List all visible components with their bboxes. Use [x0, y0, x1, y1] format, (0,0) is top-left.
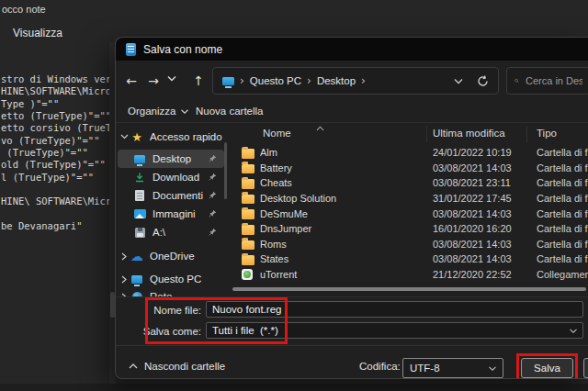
file-row[interactable]: Battery 03/08/2021 14:03 Cartella di fil… [232, 161, 587, 176]
download-icon [133, 171, 146, 184]
column-divider[interactable] [426, 127, 427, 142]
back-arrow-icon[interactable]: ← [123, 73, 140, 89]
navigation-pane: ★ Accesso rapido Desktop Download Docume… [116, 124, 228, 296]
file-modified: 03/08/2021 14:03 [433, 162, 537, 173]
sidebar-label: A:\ [153, 227, 165, 238]
pin-icon [209, 154, 217, 162]
file-modified: 03/08/2021 14:03 [433, 208, 537, 219]
organize-button[interactable]: Organizza [128, 103, 188, 119]
file-type: Cartella di file [537, 223, 588, 234]
sidebar-item-quick-access[interactable]: ★ Accesso rapido [118, 128, 224, 146]
address-bar[interactable]: › Questo PC › Desktop › [212, 67, 499, 95]
breadcrumb-separator: › [240, 74, 244, 87]
horizontal-scrollbar[interactable] [232, 287, 586, 291]
encoding-value: UTF-8 [410, 363, 440, 374]
file-row[interactable]: Roms 03/08/2021 14:03 Cartella di file [232, 237, 587, 252]
sidebar-item-download[interactable]: Download [118, 168, 224, 186]
file-row[interactable]: Alm 24/01/2022 10:19 Cartella di file [232, 145, 587, 161]
floppy-icon [135, 228, 145, 238]
search-input[interactable] [526, 75, 582, 86]
cloud-icon: ☁ [130, 250, 143, 263]
annotation-rectangle [516, 353, 578, 379]
sidebar-item-this-pc[interactable]: Questo PC [118, 270, 224, 288]
organize-label: Organizza [128, 106, 175, 117]
monitor-icon [134, 155, 145, 163]
sidebar-item-onedrive[interactable]: ☁ OneDrive [118, 247, 224, 265]
sidebar-item-network[interactable]: Rete [118, 287, 224, 296]
footer-divider [116, 345, 588, 346]
column-header-name[interactable]: Nome [263, 128, 291, 139]
utorrent-icon [242, 269, 253, 280]
sidebar-item-documents[interactable]: Documenti [118, 186, 224, 205]
chevron-right-icon[interactable] [121, 252, 127, 261]
search-box[interactable] [506, 67, 588, 95]
file-name: Battery [260, 162, 433, 173]
hide-folders-button[interactable]: Nascondi cartelle [129, 361, 225, 372]
file-row[interactable]: DeSmuMe 03/08/2021 14:03 Cartella di fil… [232, 206, 587, 221]
file-row[interactable]: DnsJumper 16/01/2020 16:20 Cartella di f… [232, 221, 587, 237]
forward-arrow-icon[interactable]: → [145, 73, 162, 89]
encoding-select[interactable]: UTF-8 [402, 358, 503, 378]
pin-icon [209, 209, 217, 218]
address-dropdown-chevron-icon[interactable] [454, 78, 463, 84]
sidebar-item-floppy-a[interactable]: A:\ [118, 223, 224, 241]
sidebar-label: Download [153, 172, 199, 183]
file-type: Cartella di file [537, 162, 588, 173]
column-header-modified[interactable]: Ultima modifica [433, 128, 505, 139]
file-name: Alm [260, 147, 433, 158]
sidebar-item-desktop[interactable]: Desktop [118, 150, 224, 168]
monitor-icon [131, 275, 142, 284]
breadcrumb-this-pc[interactable]: Questo PC [250, 75, 301, 86]
folder-icon [242, 240, 254, 251]
star-icon: ★ [131, 131, 142, 143]
file-name: uTorrent [260, 269, 433, 280]
annotation-rectangle [145, 297, 288, 344]
refresh-icon[interactable] [477, 75, 489, 87]
hide-folders-label: Nascondi cartelle [144, 361, 225, 372]
column-divider[interactable] [526, 127, 527, 142]
file-row[interactable]: uTorrent 21/12/2020 22:52 Collegamento [232, 267, 587, 283]
notepad-icon [126, 43, 136, 56]
column-header-type[interactable]: Tipo [537, 128, 557, 139]
file-type: Cartella di file [537, 253, 588, 264]
sidebar-label: Immagini [153, 208, 196, 219]
file-list: Alm 24/01/2022 10:19 Cartella di file Ba… [232, 145, 587, 282]
notepad-text-area[interactable]: stro di Windows ver HINE\SOFTWARE\Micro … [1, 73, 117, 232]
pin-icon [209, 228, 217, 236]
new-folder-button[interactable]: Nuova cartella [196, 103, 264, 119]
breadcrumb-desktop[interactable]: Desktop [317, 75, 356, 86]
sidebar-label: Questo PC [150, 274, 201, 285]
sidebar-item-pictures[interactable]: Immagini [118, 205, 224, 223]
file-modified: 03/08/2021 23:11 [433, 177, 537, 188]
folder-icon [242, 255, 254, 265]
this-pc-icon [222, 77, 234, 85]
sidebar-scrollbar-thumb[interactable] [224, 142, 227, 199]
file-name: Cheats [260, 177, 433, 188]
chevron-right-icon[interactable] [121, 275, 127, 284]
cancel-button-clipped[interactable] [583, 358, 588, 378]
file-type: Cartella di file [537, 193, 588, 204]
file-modified: 24/01/2022 10:19 [433, 147, 537, 158]
pictures-icon [134, 209, 146, 218]
sidebar-label: Desktop [153, 153, 191, 164]
document-icon [135, 190, 144, 201]
search-icon [514, 75, 519, 86]
folder-icon [242, 179, 254, 189]
up-arrow-icon[interactable]: ↑ [190, 73, 207, 89]
notepad-window-title: occo note [2, 4, 46, 15]
chevron-down-icon[interactable] [120, 134, 129, 140]
folder-icon [242, 164, 254, 174]
file-row[interactable]: Cheats 03/08/2021 23:11 Cartella di file [232, 175, 587, 191]
dialog-titlebar[interactable]: Salva con nome [116, 38, 588, 61]
folder-icon [242, 195, 254, 205]
folder-icon [242, 225, 254, 235]
notepad-menu-view[interactable]: Visualizza [13, 27, 62, 39]
file-modified: 03/08/2021 14:03 [433, 253, 537, 264]
new-folder-label: Nuova cartella [196, 106, 264, 117]
screen: occo note Visualizza stro di Windows ver… [0, 0, 588, 391]
recent-pages-chevron-icon[interactable] [167, 75, 184, 92]
file-row[interactable]: States 03/08/2021 14:03 Cartella di file [232, 251, 587, 267]
organize-chevron-icon [181, 109, 188, 114]
file-row[interactable]: Desktop Solution 31/01/2022 17:45 Cartel… [232, 191, 587, 207]
chevron-down-icon [489, 366, 496, 371]
